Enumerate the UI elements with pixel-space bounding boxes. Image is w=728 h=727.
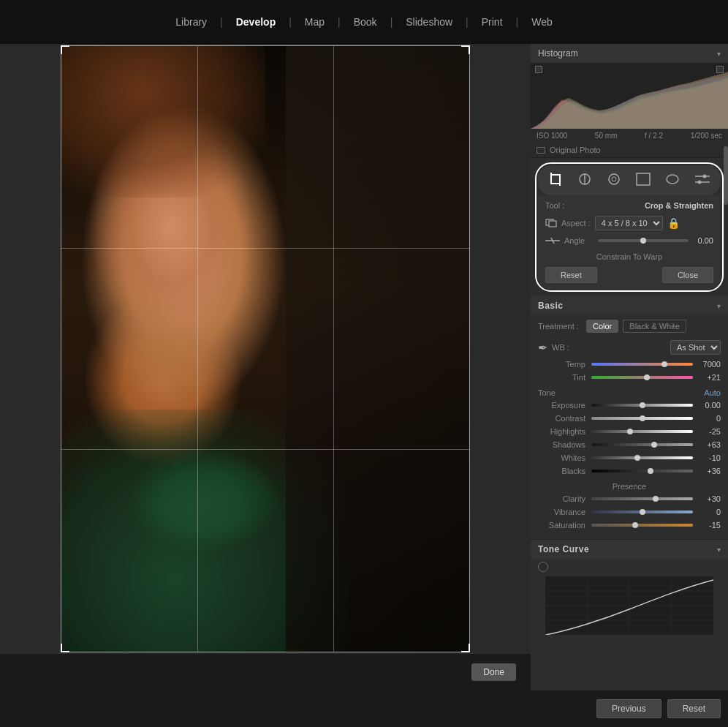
vibrance-slider-thumb[interactable] xyxy=(640,509,645,515)
tone-curve-header[interactable]: Tone Curve ▾ xyxy=(531,540,728,559)
histogram-clip-left-icon[interactable] xyxy=(535,66,542,73)
crop-tool-value: Crop & Straighten xyxy=(645,201,713,210)
spot-removal-icon xyxy=(577,172,592,187)
spot-removal-button[interactable] xyxy=(575,170,594,191)
temp-slider-track xyxy=(591,363,693,366)
presence-label: Presence xyxy=(613,482,646,491)
reset-button[interactable]: Reset xyxy=(667,699,721,718)
auto-button[interactable]: Auto xyxy=(704,388,721,397)
tone-curve-title: Tone Curve xyxy=(538,544,589,554)
temp-slider-fill xyxy=(591,363,693,366)
photo-bottom-bar: Done xyxy=(0,654,531,690)
clarity-value: +30 xyxy=(699,494,721,503)
angle-slider-thumb[interactable] xyxy=(640,238,646,244)
vibrance-label: Vibrance xyxy=(538,508,585,516)
saturation-slider-track xyxy=(591,524,693,527)
blacks-slider-thumb[interactable] xyxy=(648,468,653,474)
presence-header: Presence xyxy=(538,478,721,492)
crop-aspect-row: Aspect : 4 x 5 / 8 x 10 🔒 xyxy=(545,216,713,230)
svg-point-6 xyxy=(612,177,616,181)
contrast-slider-track xyxy=(591,417,693,420)
graduated-filter-button[interactable] xyxy=(634,170,653,190)
radial-filter-icon xyxy=(665,172,680,187)
blacks-slider-track xyxy=(591,470,693,472)
saturation-label: Saturation xyxy=(538,521,585,530)
temp-slider-thumb[interactable] xyxy=(661,361,667,367)
crop-tool-button[interactable] xyxy=(546,170,565,191)
blacks-slider-row: Blacks +36 xyxy=(538,464,721,478)
tint-value: +21 xyxy=(699,373,721,382)
crop-tool-header-row: Tool : Crop & Straighten xyxy=(545,201,713,210)
basic-panel: Treatment : Color Black & White ✒ WB : A… xyxy=(531,315,728,539)
histogram-section: Histogram ▾ xyxy=(531,44,728,158)
temp-label: Temp xyxy=(538,360,585,369)
redeye-button[interactable] xyxy=(604,170,623,191)
nav-map[interactable]: Map xyxy=(292,10,338,34)
tone-curve-controls xyxy=(538,562,721,572)
crop-tool-label: Tool : xyxy=(545,201,564,210)
constrain-warp-row: Constrain To Warp xyxy=(545,249,713,264)
scrollbar-thumb[interactable] xyxy=(724,146,728,205)
redeye-icon xyxy=(607,172,621,187)
exposure-slider-thumb[interactable] xyxy=(640,402,645,408)
histogram-svg xyxy=(531,63,728,129)
nav-web[interactable]: Web xyxy=(518,10,566,34)
aperture-value: f / 2.2 xyxy=(645,132,663,140)
previous-button[interactable]: Previous xyxy=(596,699,661,718)
aspect-select[interactable]: 4 x 5 / 8 x 10 xyxy=(595,216,663,230)
basic-header[interactable]: Basic ▾ xyxy=(531,296,728,315)
tint-slider-thumb[interactable] xyxy=(644,374,650,380)
crop-close-button[interactable]: Close xyxy=(662,267,713,283)
basic-chevron-icon: ▾ xyxy=(717,302,721,310)
nav-slideshow[interactable]: Slideshow xyxy=(393,10,466,34)
highlights-slider-thumb[interactable] xyxy=(627,429,633,434)
tint-slider-track xyxy=(591,376,693,379)
nav-book[interactable]: Book xyxy=(341,10,390,34)
whites-slider-thumb[interactable] xyxy=(634,455,640,461)
vibrance-slider-row: Vibrance 0 xyxy=(538,505,721,519)
histogram-canvas xyxy=(531,63,728,129)
shadows-slider-thumb[interactable] xyxy=(651,442,657,448)
svg-rect-14 xyxy=(549,221,556,227)
nav-library[interactable]: Library xyxy=(162,10,220,34)
tool-annotation-circle: Tool : Crop & Straighten Aspect : 4 x 5 … xyxy=(535,162,724,292)
done-button[interactable]: Done xyxy=(471,663,516,681)
iso-value: ISO 1000 xyxy=(536,132,567,140)
treatment-row: Treatment : Color Black & White xyxy=(538,315,721,337)
highlights-slider-row: Highlights -25 xyxy=(538,425,721,438)
clarity-slider-thumb[interactable] xyxy=(653,496,659,502)
basic-title: Basic xyxy=(538,301,564,311)
nav-develop[interactable]: Develop xyxy=(223,10,289,34)
tone-curve-circle-icon[interactable] xyxy=(538,562,548,572)
shadows-gradient xyxy=(591,443,693,446)
crop-panel: Tool : Crop & Straighten Aspect : 4 x 5 … xyxy=(538,195,721,289)
clarity-slider-row: Clarity +30 xyxy=(538,492,721,505)
tone-curve-mini xyxy=(545,576,713,635)
tone-curve-section: Tone Curve ▾ xyxy=(531,539,728,644)
whites-slider-track xyxy=(591,456,693,459)
tone-section-header: Tone Auto xyxy=(538,384,721,399)
saturation-slider-thumb[interactable] xyxy=(632,522,638,528)
bw-button[interactable]: Black & White xyxy=(623,320,686,333)
radial-filter-button[interactable] xyxy=(663,170,682,191)
shadows-slider-track xyxy=(591,443,693,446)
adjustments-button[interactable] xyxy=(692,172,713,189)
contrast-slider-row: Contrast 0 xyxy=(538,412,721,425)
angle-slider-track xyxy=(598,239,689,242)
photo-area: Done xyxy=(0,44,531,690)
nav-print[interactable]: Print xyxy=(469,10,516,34)
photo-container[interactable] xyxy=(61,45,470,652)
histogram-meta: ISO 1000 50 mm f / 2.2 1/200 sec xyxy=(531,129,728,143)
crop-reset-button[interactable]: Reset xyxy=(545,267,597,283)
wb-select[interactable]: As Shot xyxy=(670,340,721,355)
histogram-header: Histogram ▾ xyxy=(531,44,728,63)
highlights-slider-track xyxy=(591,430,693,433)
vibrance-value: 0 xyxy=(699,508,721,516)
contrast-slider-thumb[interactable] xyxy=(640,415,645,421)
blacks-label: Blacks xyxy=(538,467,585,475)
histogram-clip-right-icon[interactable] xyxy=(716,66,724,73)
crop-action-row: Reset Close xyxy=(545,264,713,283)
basic-section: Basic ▾ Treatment : Color Black & White … xyxy=(531,296,728,539)
color-button[interactable]: Color xyxy=(586,320,618,333)
wb-eyedropper-icon[interactable]: ✒ xyxy=(538,341,547,355)
